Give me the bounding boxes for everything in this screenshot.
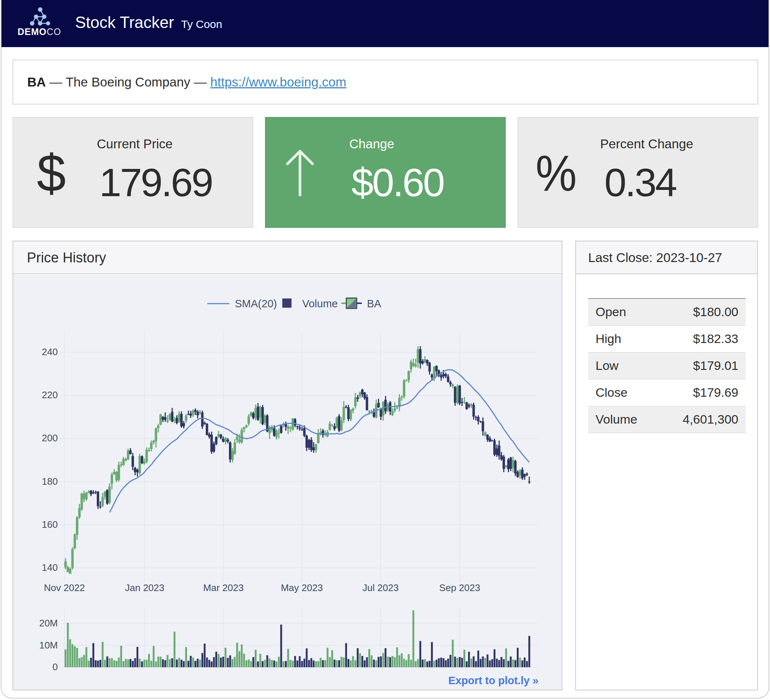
svg-text:Mar 2023: Mar 2023 (203, 582, 244, 593)
svg-text:200: 200 (42, 432, 58, 443)
svg-text:Jul 2023: Jul 2023 (362, 582, 399, 593)
svg-text:Sep 2023: Sep 2023 (439, 582, 480, 593)
svg-text:Volume: Volume (302, 298, 338, 309)
svg-text:Nov 2022: Nov 2022 (44, 582, 85, 593)
svg-text:220: 220 (42, 390, 58, 401)
svg-text:10M: 10M (39, 640, 58, 651)
svg-text:140: 140 (42, 562, 58, 573)
svg-text:May 2023: May 2023 (281, 582, 323, 593)
svg-text:180: 180 (42, 476, 58, 487)
svg-text:240: 240 (42, 346, 58, 357)
svg-text:SMA(20): SMA(20) (235, 298, 277, 309)
svg-text:0: 0 (53, 661, 58, 673)
svg-text:Export to plot.ly »: Export to plot.ly » (448, 675, 539, 686)
svg-text:BA: BA (367, 298, 381, 309)
svg-text:160: 160 (42, 519, 58, 530)
svg-text:Jan 2023: Jan 2023 (125, 582, 165, 593)
svg-text:20M: 20M (39, 618, 58, 629)
